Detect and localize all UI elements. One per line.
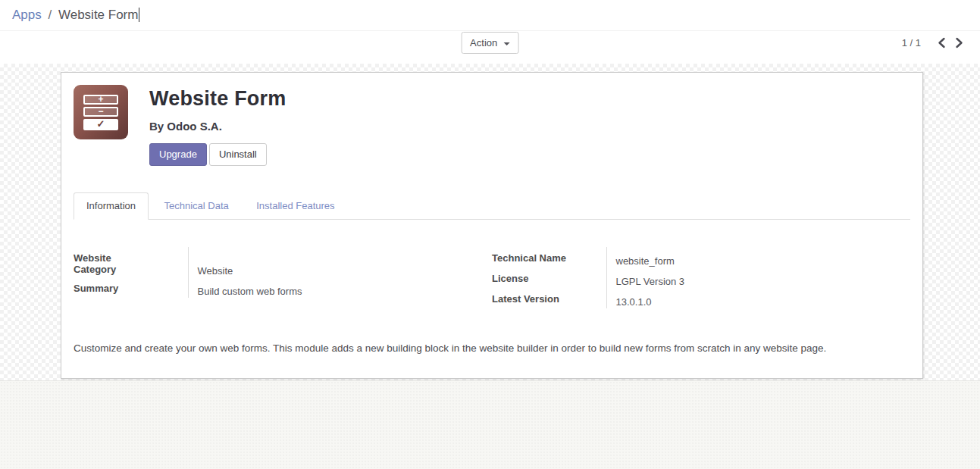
breadcrumb-apps-link[interactable]: Apps (12, 8, 42, 22)
breadcrumb-separator: / (45, 8, 55, 22)
field-group-left: Website Category Website Summary Build c… (74, 247, 492, 298)
field-label: Summary (74, 277, 188, 298)
field-value: Website (188, 247, 492, 277)
field-row-website-category: Website Category Website (74, 247, 492, 277)
field-label: Technical Name (492, 247, 606, 267)
field-row-summary: Summary Build custom web forms (74, 277, 492, 298)
text-cursor (139, 8, 139, 22)
module-header: + − ✓ Website Form By Odoo S.A. Upgrade … (74, 85, 910, 166)
module-author: By Odoo S.A. (149, 120, 286, 133)
tab-information[interactable]: Information (74, 192, 149, 220)
pager-previous-button[interactable] (933, 36, 950, 50)
action-dropdown-button[interactable]: Action (461, 32, 519, 54)
chevron-left-icon (938, 37, 946, 48)
form-view-background: + − ✓ Website Form By Odoo S.A. Upgrade … (0, 64, 980, 380)
field-row-license: License LGPL Version 3 (492, 267, 885, 288)
icon-bar-plus: + (83, 95, 118, 105)
pager-next-button[interactable] (950, 36, 968, 50)
action-dropdown-label: Action (470, 37, 497, 48)
field-label: Website Category (74, 247, 188, 277)
breadcrumb: Apps / Website Form (0, 0, 980, 31)
tab-technical-data[interactable]: Technical Data (152, 193, 241, 219)
field-row-technical-name: Technical Name website_form (492, 247, 885, 267)
chevron-down-icon (504, 42, 510, 45)
tab-bar: Information Technical Data Installed Fea… (74, 192, 910, 220)
field-value: website_form (606, 247, 885, 267)
field-value: Build custom web forms (188, 277, 492, 298)
module-sheet: + − ✓ Website Form By Odoo S.A. Upgrade … (61, 72, 923, 379)
field-value: 13.0.1.0 (606, 288, 885, 308)
tab-installed-features[interactable]: Installed Features (244, 193, 346, 219)
icon-bar-check: ✓ (83, 119, 118, 130)
control-panel: Apps / Website Form Action 1 / 1 (0, 0, 980, 64)
pager-counter: 1 / 1 (902, 37, 921, 48)
icon-bar-minus: − (83, 107, 118, 117)
pager: 1 / 1 (902, 36, 968, 50)
page-bottom-background (0, 380, 980, 469)
chevron-right-icon (955, 37, 963, 48)
information-fields: Website Category Website Summary Build c… (74, 247, 910, 308)
module-header-text: Website Form By Odoo S.A. Upgrade Uninst… (128, 85, 286, 166)
module-action-buttons: Upgrade Uninstall (149, 143, 286, 166)
field-row-latest-version: Latest Version 13.0.1.0 (492, 288, 885, 308)
field-label: Latest Version (492, 288, 606, 308)
uninstall-button[interactable]: Uninstall (209, 143, 267, 166)
breadcrumb-current: Website Form (58, 8, 139, 22)
module-description: Customize and create your own web forms.… (74, 342, 910, 355)
module-app-icon: + − ✓ (74, 85, 128, 139)
module-title: Website Form (149, 87, 286, 111)
upgrade-button[interactable]: Upgrade (149, 143, 207, 166)
field-value: LGPL Version 3 (606, 267, 885, 288)
field-group-right: Technical Name website_form License LGPL… (492, 247, 885, 308)
field-label: License (492, 267, 606, 288)
